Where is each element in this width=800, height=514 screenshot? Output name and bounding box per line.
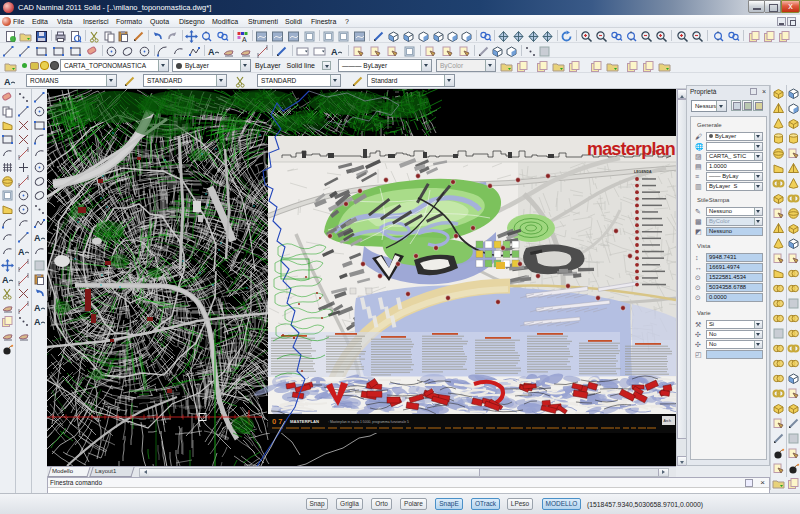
svg-text:masterplan: masterplan	[587, 139, 675, 159]
svg-text:A: A	[331, 47, 338, 57]
svg-text:A: A	[34, 303, 41, 313]
svg-text:A: A	[18, 247, 25, 257]
svg-text:: Masterplan in scala 1:5000,: : Masterplan in scala 1:5000, programma …	[328, 420, 409, 424]
svg-text:MASTERPLAN: MASTERPLAN	[290, 419, 319, 424]
svg-text:LEGENDA: LEGENDA	[634, 170, 652, 174]
svg-text:A: A	[242, 36, 247, 43]
svg-text:Arch: Arch	[664, 419, 671, 423]
svg-text:A: A	[208, 47, 215, 57]
svg-text:A: A	[34, 233, 41, 243]
svg-text:A: A	[4, 77, 11, 87]
svg-text:A: A	[2, 275, 9, 285]
svg-text:A: A	[34, 317, 41, 327]
svg-text:0 7: 0 7	[272, 417, 282, 426]
